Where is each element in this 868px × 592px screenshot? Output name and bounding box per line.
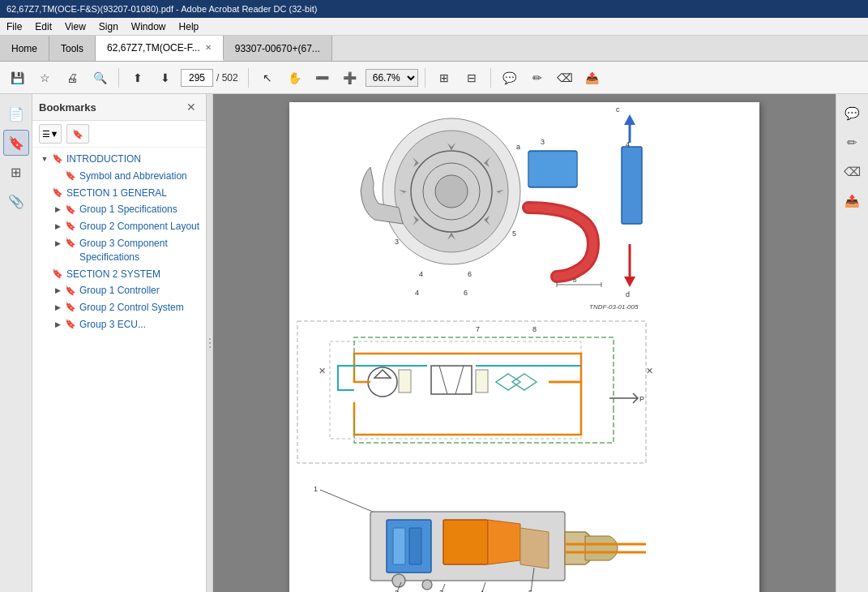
tab-doc1-label: 62,67Z7,TM(OCE-F... (107, 42, 200, 54)
group2layout-arrow[interactable]: ▶ (52, 220, 63, 233)
bookmark-item-group1spec[interactable]: ▶ 🔖 Group 1 Specifications (32, 201, 206, 218)
introduction-label: INTRODUCTION (66, 152, 201, 166)
menu-sign[interactable]: Sign (92, 19, 125, 34)
sidebar-pages-button[interactable]: ⊞ (3, 159, 29, 185)
svg-text:✕: ✕ (646, 366, 653, 375)
svg-point-2 (209, 346, 211, 348)
tab-home-label: Home (11, 43, 37, 54)
prev-page-button[interactable]: ⬆ (126, 66, 150, 89)
fit-page-button[interactable]: ⊞ (432, 66, 456, 89)
svg-text:5: 5 (512, 230, 516, 238)
group2control-bookmark-icon: 🔖 (65, 301, 76, 314)
bookmark-item-group3ecu[interactable]: ▶ 🔖 Group 3 ECU... (32, 316, 206, 333)
tab-doc1-close[interactable]: ✕ (205, 43, 212, 52)
erase-button[interactable]: ⌫ (553, 66, 577, 89)
svg-text:6: 6 (468, 270, 472, 278)
symbol-label: Symbol and Abbreviation (79, 169, 201, 183)
bookmarks-panel: Bookmarks ✕ ☰▼ 🔖 ▼ 🔖 INTRODUCTION 🔖 Symb… (32, 94, 207, 592)
section1-arrow-empty (39, 187, 50, 199)
toolbar-separator-1 (118, 68, 119, 88)
tab-doc2[interactable]: 93307-00670+(67... (224, 36, 332, 61)
introduction-arrow[interactable]: ▼ (39, 152, 50, 165)
menu-view[interactable]: View (58, 19, 92, 34)
highlight-button[interactable]: ✏ (525, 66, 549, 89)
bookmark-add-button[interactable]: ☆ (32, 66, 57, 89)
svg-rect-11 (622, 147, 642, 224)
group3spec-arrow[interactable]: ▶ (52, 237, 63, 250)
tab-tools-label: Tools (61, 43, 83, 54)
right-tool-1[interactable]: 💬 (840, 101, 866, 127)
right-tool-2[interactable]: ✏ (840, 130, 866, 156)
bookmark-item-group1controller[interactable]: ▶ 🔖 Group 1 Controller (32, 282, 206, 299)
right-tool-4[interactable]: 📤 (840, 188, 866, 214)
save-button[interactable]: 💾 (5, 66, 29, 89)
menu-bar: File Edit View Sign Window Help (0, 18, 868, 36)
bookmarks-menu-button[interactable]: ☰▼ (39, 124, 62, 144)
svg-text:a: a (516, 143, 520, 151)
bookmark-item-group2layout[interactable]: ▶ 🔖 Group 2 Component Layout (32, 218, 206, 235)
svg-point-1 (209, 342, 211, 344)
svg-rect-3 (297, 106, 743, 317)
bookmarks-search-button[interactable]: 🔖 (66, 124, 89, 144)
main-area: 📄 🔖 ⊞ 📎 Bookmarks ✕ ☰▼ 🔖 ▼ 🔖 INTRODUCTIO… (0, 94, 868, 592)
section1-bookmark-icon: 🔖 (52, 187, 63, 199)
section2-arrow-empty (39, 268, 50, 281)
svg-text:4: 4 (626, 140, 630, 148)
bookmark-item-symbol[interactable]: 🔖 Symbol and Abbreviation (32, 168, 206, 185)
svg-text:d: d (626, 290, 630, 298)
bookmark-item-section1[interactable]: 🔖 SECTION 1 GENERAL (32, 185, 206, 202)
title-bar: 62,67Z7,TM(OCE-F&S)(93207-01080).pdf - A… (0, 0, 868, 18)
menu-file[interactable]: File (0, 19, 28, 34)
section2-bookmark-icon: 🔖 (52, 268, 63, 281)
svg-rect-41 (476, 370, 488, 393)
bookmarks-header: Bookmarks ✕ (32, 94, 206, 121)
tab-bar: Home Tools 62,67Z7,TM(OCE-F... ✕ 93307-0… (0, 36, 868, 62)
toolbar-separator-4 (490, 68, 491, 88)
svg-rect-47 (393, 528, 405, 564)
pdf-area[interactable]: a c d (213, 94, 836, 592)
svg-text:6: 6 (464, 289, 468, 297)
group1spec-bookmark-icon: 🔖 (65, 203, 76, 216)
group3ecu-bookmark-icon: 🔖 (65, 318, 76, 331)
spread-button[interactable]: ⊟ (460, 66, 484, 89)
sidebar-new-button[interactable]: 📄 (3, 101, 29, 127)
zoom-out-button[interactable]: ➖ (310, 66, 335, 89)
bookmark-item-group3spec[interactable]: ▶ 🔖 Group 3 Component Specifications (32, 235, 206, 266)
zoom-select[interactable]: 66.7% 50% 75% 100% 125% 150% (366, 69, 418, 87)
bookmarks-close-button[interactable]: ✕ (183, 99, 199, 115)
cursor-tool-button[interactable]: ↖ (255, 66, 280, 89)
group2layout-label: Group 2 Component Layout (79, 220, 201, 234)
tab-doc1[interactable]: 62,67Z7,TM(OCE-F... ✕ (96, 36, 224, 61)
page-number-input[interactable] (181, 69, 213, 87)
share-button[interactable]: 📤 (580, 66, 605, 89)
bookmarks-title: Bookmarks (39, 101, 96, 114)
tab-tools[interactable]: Tools (49, 36, 96, 61)
comment-button[interactable]: 💬 (498, 66, 522, 89)
sidebar-attachments-button[interactable]: 📎 (3, 188, 29, 214)
group1controller-arrow[interactable]: ▶ (52, 284, 63, 297)
menu-help[interactable]: Help (173, 19, 206, 34)
group2control-arrow[interactable]: ▶ (52, 301, 63, 314)
group2layout-bookmark-icon: 🔖 (65, 220, 76, 233)
tab-doc2-label: 93307-00670+(67... (235, 43, 320, 54)
group3ecu-arrow[interactable]: ▶ (52, 318, 63, 331)
menu-edit[interactable]: Edit (28, 19, 58, 34)
bookmark-item-group2control[interactable]: ▶ 🔖 Group 2 Control System (32, 299, 206, 316)
right-tool-3[interactable]: ⌫ (840, 159, 866, 185)
group1spec-arrow[interactable]: ▶ (52, 203, 63, 216)
svg-point-0 (209, 338, 211, 340)
bookmarks-list: ▼ 🔖 INTRODUCTION 🔖 Symbol and Abbreviati… (32, 148, 206, 592)
find-button[interactable]: 🔍 (88, 66, 112, 89)
bookmark-item-introduction[interactable]: ▼ 🔖 INTRODUCTION (32, 151, 206, 168)
zoom-in-button[interactable]: ➕ (338, 66, 362, 89)
toolbar-separator-2 (248, 68, 249, 88)
sidebar-bookmarks-button[interactable]: 🔖 (3, 130, 29, 156)
hand-tool-button[interactable]: ✋ (283, 66, 307, 89)
tab-home[interactable]: Home (0, 36, 49, 61)
print-button[interactable]: 🖨 (60, 66, 84, 89)
panel-drag-handle[interactable] (207, 94, 213, 592)
svg-text:4: 4 (419, 270, 423, 278)
next-page-button[interactable]: ⬇ (153, 66, 177, 89)
bookmark-item-section2[interactable]: 🔖 SECTION 2 SYSTEM (32, 266, 206, 283)
menu-window[interactable]: Window (125, 19, 173, 34)
